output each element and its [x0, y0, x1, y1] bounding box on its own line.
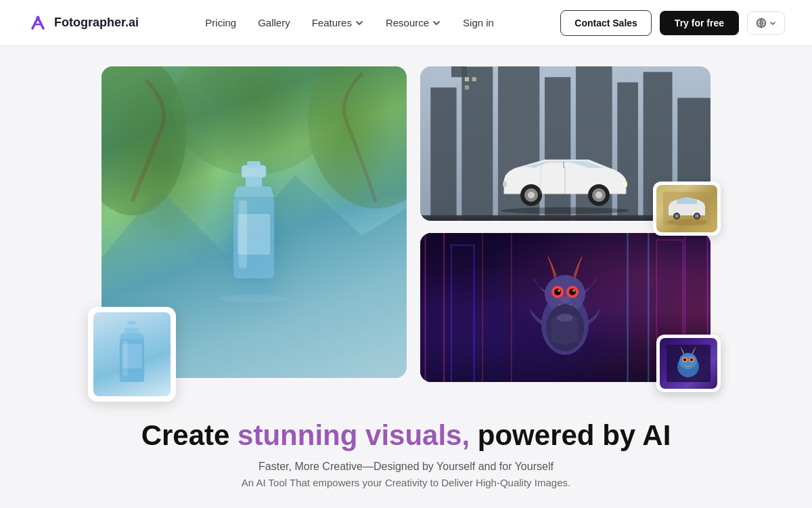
- chevron-down-icon: [355, 18, 364, 28]
- svg-point-83: [690, 358, 693, 361]
- try-for-free-button[interactable]: Try for free: [660, 11, 739, 35]
- svg-rect-47: [623, 182, 627, 187]
- small-monster-svg: [667, 345, 710, 382]
- svg-point-71: [569, 289, 576, 295]
- svg-point-14: [220, 295, 288, 303]
- svg-rect-33: [465, 85, 469, 89]
- svg-point-76: [557, 314, 573, 322]
- svg-point-74: [560, 296, 570, 303]
- svg-rect-12: [239, 200, 247, 268]
- svg-rect-20: [122, 341, 127, 377]
- nav-resource[interactable]: Resource: [386, 17, 441, 28]
- headline-end: powered by AI: [470, 419, 671, 451]
- svg-rect-24: [451, 66, 467, 77]
- monster-svg: [521, 250, 609, 365]
- svg-rect-32: [472, 77, 476, 81]
- main-content: Create stunning visuals, powered by AI F…: [0, 46, 812, 502]
- bottle-svg: [200, 160, 308, 309]
- svg-point-6: [173, 66, 335, 175]
- svg-point-72: [558, 289, 560, 292]
- svg-rect-22: [430, 87, 456, 221]
- nav-actions: Contact Sales Try for free: [560, 10, 785, 36]
- logo-link[interactable]: Fotographer.ai: [27, 12, 139, 34]
- svg-point-46: [595, 192, 602, 198]
- perfume-col: [102, 66, 407, 391]
- monster-thumbnail: [656, 335, 721, 392]
- svg-point-39: [501, 207, 629, 214]
- svg-point-73: [572, 289, 575, 292]
- svg-point-43: [528, 192, 535, 198]
- nav-pricing[interactable]: Pricing: [205, 17, 236, 28]
- right-col: [420, 66, 710, 391]
- language-button[interactable]: [747, 12, 785, 35]
- car-svg: [491, 146, 639, 214]
- headline-accent: stunning visuals,: [238, 419, 470, 451]
- car-thumbnail: [653, 182, 721, 236]
- svg-rect-9: [246, 176, 262, 187]
- perfume-thumbnail: [88, 307, 176, 402]
- monster-container: [420, 233, 710, 382]
- svg-rect-8: [247, 161, 261, 168]
- nav-signin[interactable]: Sign in: [463, 17, 494, 28]
- nav-gallery[interactable]: Gallery: [258, 17, 290, 28]
- chevron-down-icon-2: [432, 18, 441, 28]
- navbar: Fotographer.ai Pricing Gallery Features …: [0, 0, 812, 46]
- svg-point-70: [554, 289, 561, 295]
- subtitle1: Faster, More Creative—Designed by Yourse…: [141, 461, 671, 473]
- hero-images: [102, 66, 710, 391]
- perfume-bottle: [200, 160, 308, 312]
- svg-point-54: [675, 214, 679, 218]
- small-car-svg: [663, 192, 710, 226]
- nav-features[interactable]: Features: [312, 17, 364, 28]
- headline-start: Create: [141, 419, 238, 451]
- svg-point-0: [37, 16, 40, 19]
- globe-icon: [756, 18, 767, 28]
- subtitle2: An AI Tool That empowers your Creativity…: [141, 477, 671, 488]
- car-container: [420, 66, 710, 222]
- svg-point-4: [102, 66, 186, 215]
- logo-icon: [27, 12, 49, 34]
- svg-rect-23: [461, 67, 493, 221]
- svg-rect-48: [503, 182, 507, 187]
- svg-point-52: [667, 219, 707, 226]
- headline: Create stunning visuals, powered by AI: [141, 419, 671, 452]
- chevron-lang-icon: [769, 20, 776, 26]
- logo-text: Fotographer.ai: [54, 16, 139, 30]
- small-bottle-svg: [105, 320, 159, 388]
- contact-sales-button[interactable]: Contact Sales: [560, 10, 652, 36]
- hero-text: Create stunning visuals, powered by AI F…: [128, 419, 685, 488]
- svg-point-13: [233, 284, 274, 293]
- svg-point-56: [695, 214, 699, 218]
- svg-rect-16: [129, 321, 136, 324]
- nav-links: Pricing Gallery Features Resource Sign i…: [205, 17, 494, 28]
- svg-point-82: [683, 358, 686, 361]
- svg-rect-31: [465, 77, 469, 81]
